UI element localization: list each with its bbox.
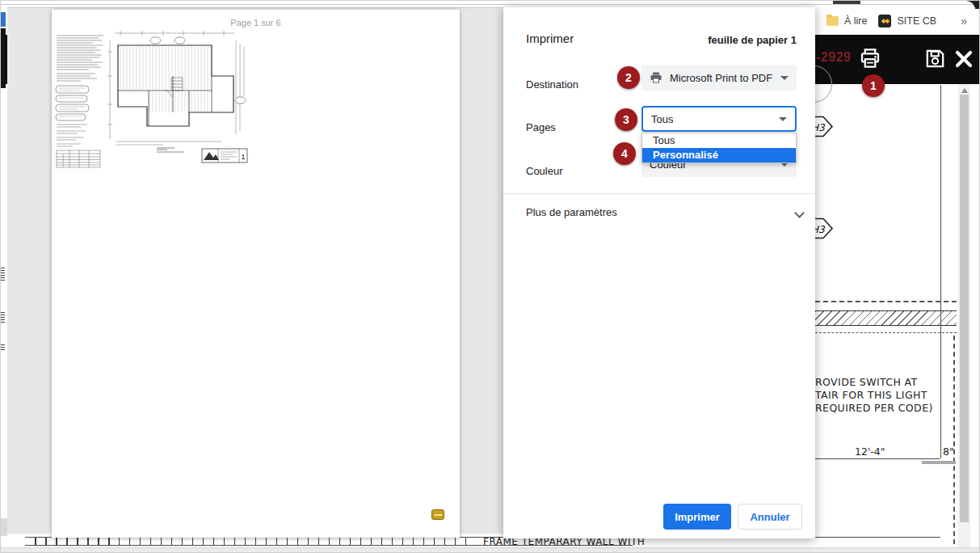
dimension-8: 8"	[943, 445, 954, 458]
print-icon[interactable]	[858, 46, 882, 70]
joist-hatching	[119, 46, 211, 90]
wall-hatch-band	[815, 310, 957, 326]
left-edge-blue-fragment	[1, 12, 6, 27]
bookmarks-overflow-chevron[interactable]: »	[961, 15, 967, 27]
scrollbar-thumb[interactable]	[960, 95, 969, 522]
pages-option-all[interactable]: Tous	[642, 133, 796, 148]
bottom-gray-band	[1, 547, 980, 553]
step-badge-3: 3	[615, 108, 637, 131]
left-edge-text-mark	[1, 344, 5, 350]
bookmark-site-cb-label: SITE CB	[897, 15, 936, 27]
bookmark-site-cb[interactable]: ◆◆ SITE CB	[878, 15, 936, 27]
blueprint-vertical-line	[940, 85, 941, 458]
print-button[interactable]: Imprimer	[663, 504, 731, 530]
tab-strip-fragment	[833, 1, 860, 4]
more-settings-label: Plus de paramètres	[526, 206, 617, 218]
dialog-divider	[503, 193, 815, 194]
pages-dropdown-list: Tous Personnalisé	[641, 133, 797, 163]
save-icon[interactable]	[923, 47, 947, 70]
plan-title-label	[157, 148, 184, 152]
left-edge-gray-fragment	[1, 518, 7, 536]
step-badge-1: 1	[862, 74, 885, 97]
notes-text-lines	[57, 36, 103, 81]
color-label: Couleur	[526, 165, 563, 177]
folder-icon	[826, 16, 839, 26]
note-text-line1: ROVIDE SWITCH AT	[815, 376, 918, 388]
site-cb-favicon: ◆◆	[878, 15, 891, 27]
preview-page: Page 1 sur 6	[52, 10, 460, 538]
title-block: 1	[202, 149, 247, 163]
step-badge-2: 2	[617, 66, 640, 89]
sheet-count: feuille de papier 1	[708, 34, 797, 46]
window-top-border	[1, 4, 974, 5]
note-callouts	[56, 86, 89, 120]
toolbar-text-fragment: -2929	[816, 50, 851, 65]
dimension-line-thick	[922, 461, 956, 464]
pages-select[interactable]: Tous	[641, 106, 797, 132]
scroll-up-arrow-icon[interactable]	[961, 88, 968, 93]
pages-option-custom[interactable]: Personnalisé	[642, 148, 796, 163]
step-badge-4: 4	[613, 142, 636, 165]
pages-value: Tous	[651, 113, 673, 125]
cancel-button[interactable]: Annuler	[738, 504, 802, 530]
more-settings-row[interactable]: Plus de paramètres	[503, 201, 815, 226]
schedule-table	[57, 150, 100, 167]
bookmarks-bar: À lire ◆◆ SITE CB »	[815, 7, 975, 35]
chevron-down-icon	[796, 209, 803, 217]
joist-hatching-2	[149, 92, 210, 112]
note-text-line3: REQUIRED PER CODE)	[815, 402, 933, 414]
print-dialog: Imprimer feuille de papier 1 Destination…	[503, 7, 815, 538]
left-edge-text-mark	[1, 311, 5, 323]
dimension-12-4: 12'-4"	[855, 445, 885, 458]
print-preview-pane: Page 1 sur 6	[7, 7, 503, 534]
pages-label: Pages	[526, 121, 556, 133]
destination-value: Microsoft Print to PDF	[670, 72, 772, 84]
dashed-line-upper	[815, 301, 957, 302]
printer-icon	[650, 71, 662, 84]
destination-label: Destination	[526, 78, 578, 91]
title-block-page-number: 1	[242, 153, 246, 161]
left-edge-black-fragment	[1, 28, 6, 88]
bottom-drawing-ticks	[35, 538, 475, 545]
dashed-line-vertical	[953, 336, 955, 544]
annotation-note-icon	[431, 509, 444, 520]
destination-select[interactable]: Microsoft Print to PDF	[641, 65, 797, 91]
bookmark-read-later[interactable]: À lire	[826, 15, 867, 27]
dimension-line	[815, 458, 940, 459]
caret-down-icon	[779, 117, 787, 121]
blueprint-thumbnail: 1	[52, 27, 460, 185]
screen: À lire ◆◆ SITE CB » -2929 H3 H3 ROVID	[0, 0, 980, 553]
dashed-line-lower	[815, 332, 957, 333]
page-indicator: Page 1 sur 6	[52, 18, 460, 27]
dialog-title: Imprimer	[526, 32, 574, 45]
note-text-line2: TAIR FOR THIS LIGHT	[815, 389, 927, 401]
left-edge-text-mark	[1, 266, 5, 281]
caret-down-icon	[780, 76, 789, 80]
close-icon[interactable]	[954, 49, 974, 69]
bookmark-read-later-label: À lire	[844, 15, 867, 27]
